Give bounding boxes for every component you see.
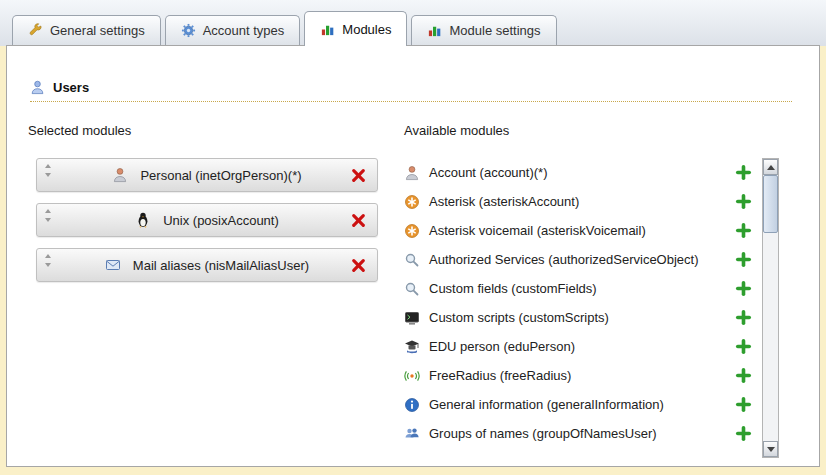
available-module-label: FreeRadius (freeRadius) xyxy=(429,368,571,383)
available-module-row: Custom fields (customFields) xyxy=(404,274,760,303)
gear-icon xyxy=(181,23,196,38)
selected-module-label: Unix (posixAccount) xyxy=(163,213,279,228)
remove-module-button[interactable] xyxy=(350,212,367,229)
add-module-button[interactable] xyxy=(735,396,752,413)
plus-icon xyxy=(735,193,752,210)
terminal-icon xyxy=(404,310,420,326)
plus-icon xyxy=(735,280,752,297)
available-module-row: Groups of names (groupOfNamesUser) xyxy=(404,419,760,448)
selected-modules-list: Personal (inetOrgPerson)(*) Unix (posixA… xyxy=(36,158,378,293)
selected-module-label: Mail aliases (nisMailAliasUser) xyxy=(133,258,309,273)
selected-module-label: Personal (inetOrgPerson)(*) xyxy=(140,168,301,183)
available-module-label: Account (account)(*) xyxy=(429,165,548,180)
arrow-down-icon xyxy=(767,447,775,452)
drag-handle-icon[interactable] xyxy=(44,163,52,181)
edu-person-icon xyxy=(404,339,420,355)
available-module-label: EDU person (eduPerson) xyxy=(429,339,575,354)
add-module-button[interactable] xyxy=(735,251,752,268)
blue-user-icon xyxy=(30,80,45,95)
tab-general-settings[interactable]: General settings xyxy=(12,15,161,45)
available-module-row: Account (account)(*) xyxy=(404,158,760,187)
plus-icon xyxy=(735,164,752,181)
plus-icon xyxy=(735,367,752,384)
selected-modules-heading: Selected modules xyxy=(28,123,131,138)
tab-label: General settings xyxy=(50,23,145,38)
add-module-button[interactable] xyxy=(735,367,752,384)
person-icon xyxy=(404,165,420,181)
available-module-label: Custom scripts (customScripts) xyxy=(429,310,609,325)
tab-module-settings[interactable]: Module settings xyxy=(411,15,556,45)
penguin-icon xyxy=(135,212,151,228)
available-module-row: Asterisk voicemail (asteriskVoicemail) xyxy=(404,216,760,245)
available-module-label: General information (generalInformation) xyxy=(429,397,664,412)
arrow-up-icon xyxy=(767,165,775,170)
tab-label: Modules xyxy=(342,22,391,37)
selected-module-row: Mail aliases (nisMailAliasUser) xyxy=(36,248,378,282)
add-module-button[interactable] xyxy=(735,425,752,442)
remove-module-button[interactable] xyxy=(350,257,367,274)
magnifier-icon xyxy=(404,281,420,297)
available-module-row: Asterisk (asteriskAccount) xyxy=(404,187,760,216)
available-module-row: General information (generalInformation) xyxy=(404,390,760,419)
available-module-label: Groups of names (groupOfNamesUser) xyxy=(429,426,657,441)
available-module-row: EDU person (eduPerson) xyxy=(404,332,760,361)
plus-icon xyxy=(735,251,752,268)
selected-module-row: Unix (posixAccount) xyxy=(36,203,378,237)
wrench-icon xyxy=(28,23,43,38)
scroll-down-button[interactable] xyxy=(763,441,778,457)
scroll-up-button[interactable] xyxy=(763,159,778,175)
scrollbar-thumb[interactable] xyxy=(763,175,778,233)
asterisk-icon xyxy=(404,194,420,210)
available-module-row: FreeRadius (freeRadius) xyxy=(404,361,760,390)
group-icon xyxy=(404,426,420,442)
available-module-label: Asterisk (asteriskAccount) xyxy=(429,194,579,209)
plus-icon xyxy=(735,396,752,413)
person-icon xyxy=(112,167,128,183)
delete-x-icon xyxy=(350,257,367,274)
magnifier-icon xyxy=(404,252,420,268)
add-module-button[interactable] xyxy=(735,193,752,210)
mail-icon xyxy=(105,257,121,273)
plus-icon xyxy=(735,309,752,326)
delete-x-icon xyxy=(350,212,367,229)
tab-label: Account types xyxy=(203,23,285,38)
section-heading-users: Users xyxy=(30,80,792,102)
available-module-label: Authorized Services (authorizedServiceOb… xyxy=(429,252,699,267)
add-module-button[interactable] xyxy=(735,280,752,297)
modules-bars-icon xyxy=(320,22,335,37)
available-module-label: Asterisk voicemail (asteriskVoicemail) xyxy=(429,223,646,238)
available-modules-heading: Available modules xyxy=(404,123,509,138)
section-title: Users xyxy=(53,80,89,95)
available-modules-list: Account (account)(*) Asterisk (asteriskA… xyxy=(404,158,760,448)
add-module-button[interactable] xyxy=(735,164,752,181)
tab-modules[interactable]: Modules xyxy=(304,11,407,46)
delete-x-icon xyxy=(350,167,367,184)
add-module-button[interactable] xyxy=(735,338,752,355)
remove-module-button[interactable] xyxy=(350,167,367,184)
add-module-button[interactable] xyxy=(735,309,752,326)
drag-handle-icon[interactable] xyxy=(44,253,52,271)
plus-icon xyxy=(735,338,752,355)
asterisk-icon xyxy=(404,223,420,239)
add-module-button[interactable] xyxy=(735,222,752,239)
plus-icon xyxy=(735,222,752,239)
tab-bar: General settings Account types Modules M… xyxy=(12,11,557,46)
scrollbar xyxy=(762,158,779,458)
selected-module-row: Personal (inetOrgPerson)(*) xyxy=(36,158,378,192)
signal-icon xyxy=(404,368,420,384)
tab-label: Module settings xyxy=(449,23,540,38)
scrollbar-track[interactable] xyxy=(763,175,778,441)
available-module-row: Custom scripts (customScripts) xyxy=(404,303,760,332)
plus-icon xyxy=(735,425,752,442)
drag-handle-icon[interactable] xyxy=(44,208,52,226)
info-icon xyxy=(404,397,420,413)
available-module-label: Custom fields (customFields) xyxy=(429,281,597,296)
available-module-row: Authorized Services (authorizedServiceOb… xyxy=(404,245,760,274)
tab-account-types[interactable]: Account types xyxy=(165,15,301,45)
modules-bars-icon xyxy=(427,23,442,38)
